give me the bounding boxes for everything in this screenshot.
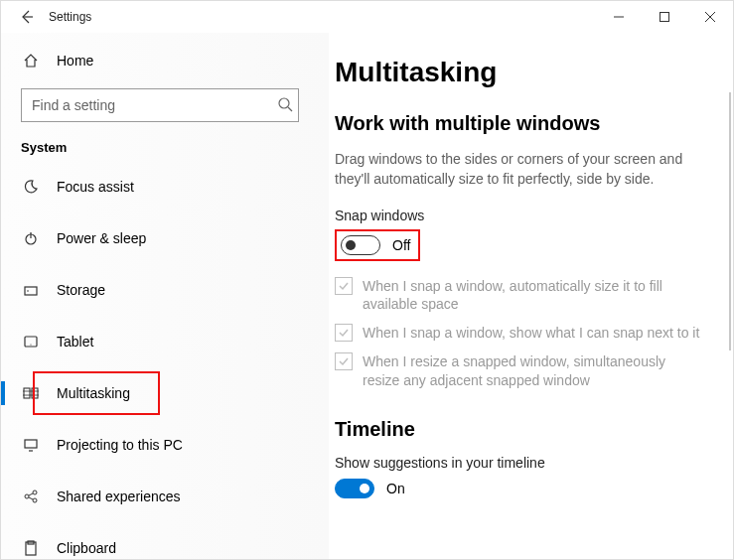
maximize-button[interactable] [642, 1, 687, 33]
sidebar-item-label: Storage [57, 282, 105, 298]
sidebar-item-label: Tablet [57, 334, 93, 350]
sidebar-item-focus-assist[interactable]: Focus assist [21, 167, 313, 207]
tablet-icon [21, 334, 41, 350]
sidebar-home-label: Home [57, 53, 93, 69]
window-title: Settings [49, 10, 91, 24]
sidebar-item-label: Power & sleep [57, 230, 146, 246]
timeline-suggestions-state: On [386, 481, 405, 496]
search-box[interactable] [21, 88, 313, 122]
sidebar-item-label: Multitasking [57, 385, 130, 401]
snap-option-show-next[interactable]: When I snap a window, show what I can sn… [335, 324, 702, 343]
section-description: Drag windows to the sides or corners of … [335, 149, 692, 190]
svg-rect-0 [661, 13, 669, 22]
snap-option-fill-space[interactable]: When I snap a window, automatically size… [335, 277, 702, 315]
svg-rect-8 [32, 388, 38, 398]
check-label: When I resize a snapped window, simultan… [363, 352, 702, 390]
sidebar-item-shared-experiences[interactable]: Shared experiences [21, 477, 313, 516]
svg-point-1 [279, 98, 289, 108]
clipboard-icon [21, 540, 41, 556]
timeline-suggestions-label: Show suggestions in your timeline [335, 455, 711, 471]
sidebar-home[interactable]: Home [21, 41, 313, 80]
svg-rect-9 [25, 440, 37, 448]
svg-point-12 [33, 498, 37, 502]
sidebar: Home System Focus assist Power & sleep S… [1, 33, 329, 559]
minimize-button[interactable] [596, 1, 642, 33]
checkbox-icon [335, 324, 353, 342]
section-title-windows: Work with multiple windows [335, 112, 711, 135]
sidebar-item-label: Projecting to this PC [57, 437, 183, 453]
moon-icon [21, 179, 41, 195]
snap-windows-toggle[interactable] [341, 235, 380, 255]
sidebar-item-clipboard[interactable]: Clipboard [21, 528, 313, 560]
svg-point-6 [30, 344, 31, 345]
sidebar-group-header: System [21, 140, 313, 155]
snap-option-resize-adjacent[interactable]: When I resize a snapped window, simultan… [335, 352, 702, 390]
page-title: Multitasking [335, 57, 711, 88]
power-icon [21, 230, 41, 246]
sidebar-item-tablet[interactable]: Tablet [21, 322, 313, 361]
timeline-suggestions-toggle[interactable] [335, 479, 374, 498]
svg-rect-3 [25, 287, 37, 295]
sidebar-item-label: Shared experiences [57, 489, 181, 504]
projecting-icon [21, 437, 41, 453]
annotation-highlight: Off [335, 229, 420, 261]
svg-point-11 [33, 490, 37, 494]
scrollbar[interactable] [729, 92, 731, 350]
snap-windows-state: Off [392, 237, 410, 253]
search-input[interactable] [21, 88, 299, 122]
content-pane: Multitasking Work with multiple windows … [329, 33, 733, 559]
svg-point-10 [25, 494, 29, 498]
checkbox-icon [335, 352, 353, 370]
sidebar-item-label: Focus assist [57, 179, 134, 195]
back-button[interactable] [11, 1, 43, 33]
close-button[interactable] [687, 1, 733, 33]
sidebar-item-storage[interactable]: Storage [21, 270, 313, 310]
sidebar-item-projecting[interactable]: Projecting to this PC [21, 425, 313, 465]
home-icon [21, 53, 41, 69]
snap-windows-label: Snap windows [335, 208, 711, 223]
share-icon [21, 489, 41, 504]
svg-point-4 [27, 290, 29, 292]
check-label: When I snap a window, automatically size… [363, 277, 702, 315]
sidebar-item-power-sleep[interactable]: Power & sleep [21, 218, 313, 258]
storage-icon [21, 282, 41, 298]
section-title-timeline: Timeline [335, 418, 711, 441]
sidebar-item-label: Clipboard [57, 540, 116, 556]
svg-rect-7 [24, 388, 30, 398]
multitasking-icon [21, 385, 41, 401]
search-icon [277, 96, 293, 116]
titlebar: Settings [1, 1, 733, 33]
sidebar-item-multitasking[interactable]: Multitasking [21, 373, 313, 413]
checkbox-icon [335, 277, 353, 295]
check-label: When I snap a window, show what I can sn… [363, 324, 699, 343]
